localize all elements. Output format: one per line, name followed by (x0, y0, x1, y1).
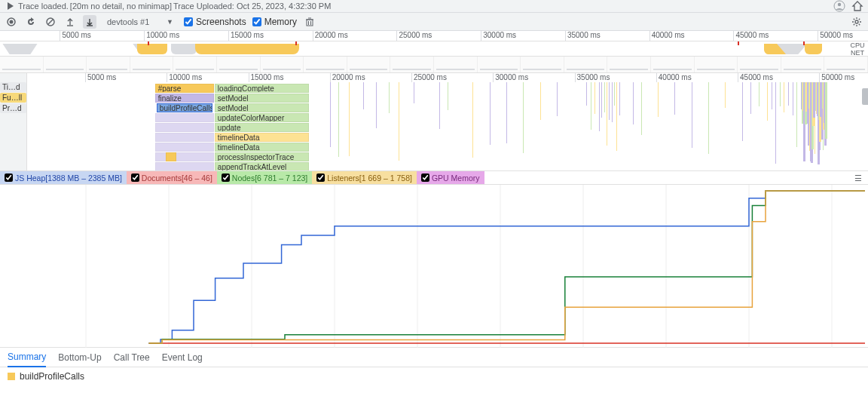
screenshots-checkbox[interactable]: Screenshots (184, 17, 246, 27)
memory-checkbox[interactable]: Memory (252, 17, 297, 27)
flame-call[interactable] (155, 113, 214, 122)
flame-stripe (330, 82, 331, 147)
svg-rect-8 (307, 20, 313, 26)
counter-nodes[interactable]: Nodes[6 781 – 7 123] (217, 171, 312, 184)
screenshot-thumb[interactable] (44, 57, 87, 72)
overview-ruler[interactable]: 5000 ms10000 ms15000 ms20000 ms25000 ms3… (0, 31, 868, 41)
screenshots-strip[interactable] (0, 57, 868, 73)
screenshot-thumb[interactable] (824, 57, 868, 72)
flame-call[interactable]: appendTrackAtLevel (215, 162, 309, 170)
flame-stripe (612, 82, 613, 122)
flame-call[interactable] (166, 152, 176, 161)
flame-call[interactable]: setModel (215, 94, 309, 103)
flame-call[interactable]: finalize (155, 94, 214, 103)
counter-gpu[interactable]: GPU Memory (417, 171, 484, 184)
memory-chart[interactable] (0, 185, 868, 348)
garbage-collect-button[interactable] (303, 15, 316, 29)
flame-chart[interactable]: 5000 ms10000 ms15000 ms20000 ms25000 ms3… (27, 73, 868, 170)
side-scroll-handle[interactable] (862, 88, 868, 105)
tab-event-log[interactable]: Event Log (162, 348, 203, 367)
flame-stripe (607, 82, 607, 146)
tab-bottom-up[interactable]: Bottom-Up (58, 348, 101, 367)
flame-call[interactable]: loadingComplete (215, 84, 309, 93)
overview-strip[interactable]: CPU NET (0, 41, 868, 57)
screenshot-thumb[interactable] (130, 57, 174, 72)
ruler-tick: 40000 ms (656, 73, 692, 82)
status-detail: [20m no detail, no minimap] (70, 2, 172, 11)
screenshot-thumb[interactable] (478, 57, 521, 72)
track-header[interactable]: Ti…d (0, 82, 26, 92)
play-icon[interactable] (5, 0, 17, 12)
counter-documents[interactable]: Documents[46 – 46] (127, 171, 217, 184)
screenshot-thumb[interactable] (304, 57, 347, 72)
flame-call[interactable] (155, 152, 214, 161)
flame-call[interactable]: updateColorMapper (215, 113, 309, 122)
ruler-tick: 25000 ms (396, 31, 432, 41)
screenshot-thumb[interactable] (217, 57, 261, 72)
flame-call[interactable] (155, 143, 214, 152)
ruler-tick: 20000 ms (313, 31, 348, 41)
overview-marker (738, 41, 739, 45)
track-header[interactable]: Pr…d (0, 103, 26, 113)
screenshot-thumb[interactable] (347, 57, 391, 72)
flame-call[interactable]: timelineData (215, 133, 309, 142)
counter-js-heap[interactable]: JS Heap[1388 MB – 2385 MB] (0, 171, 127, 184)
flame-body[interactable]: #parsefinalizebuildProfileCallsloadingCo… (27, 82, 868, 170)
target-dropdown[interactable]: devtools #1 ▼ (102, 16, 178, 28)
screenshot-thumb[interactable] (434, 57, 478, 72)
svg-point-1 (838, 3, 841, 6)
flame-stripe (725, 82, 726, 108)
flame-call[interactable] (155, 162, 214, 170)
flame-call[interactable]: buildProfileCalls (157, 103, 212, 112)
counter-listeners[interactable]: Listeners[1 669 – 1 758] (312, 171, 417, 184)
flame-stripe (775, 82, 776, 164)
counter-listeners-input[interactable] (316, 173, 325, 182)
flame-call[interactable]: #parse (155, 84, 214, 93)
reload-button[interactable] (24, 15, 38, 29)
flame-call[interactable]: update (215, 123, 309, 132)
track-header[interactable]: Fu…ll (0, 93, 26, 103)
ruler-tick: 15000 ms (249, 73, 284, 82)
status-loaded: Trace loaded. (18, 2, 69, 11)
svg-point-3 (10, 20, 14, 23)
screenshot-thumb[interactable] (173, 57, 217, 72)
counter-gpu-input[interactable] (421, 173, 429, 182)
counters-menu-icon[interactable]: ☰ (848, 173, 868, 183)
settings-button[interactable] (850, 15, 863, 29)
flame-call[interactable] (155, 133, 214, 142)
counter-docs-input[interactable] (131, 173, 139, 182)
counter-docs-label: Documents[46 – 46] (142, 173, 212, 183)
screenshot-thumb[interactable] (651, 57, 695, 72)
flame-call[interactable] (155, 123, 214, 132)
flame-call[interactable]: timelineData (215, 143, 309, 152)
upload-button[interactable] (63, 15, 77, 29)
clear-button[interactable] (44, 15, 57, 29)
screenshot-thumb[interactable] (781, 57, 825, 72)
screenshot-thumb[interactable] (607, 57, 651, 72)
screenshots-input[interactable] (184, 17, 193, 26)
avatar-icon[interactable] (833, 0, 845, 12)
tab-summary[interactable]: Summary (8, 348, 46, 367)
screenshot-thumb[interactable] (521, 57, 564, 72)
screenshot-thumb[interactable] (738, 57, 781, 72)
screenshot-thumb[interactable] (0, 57, 44, 72)
tab-call-tree[interactable]: Call Tree (114, 348, 150, 367)
screenshot-thumb[interactable] (390, 57, 434, 72)
screenshot-thumb[interactable] (87, 57, 130, 72)
counter-nodes-input[interactable] (222, 173, 230, 182)
flame-call[interactable]: processInspectorTrace (215, 152, 309, 161)
flame-stripe (604, 82, 605, 112)
flame-call[interactable]: setModel (215, 103, 309, 112)
screenshot-thumb[interactable] (695, 57, 738, 72)
flame-stripe (708, 82, 709, 154)
memory-input[interactable] (252, 17, 261, 26)
counter-js-input[interactable] (5, 173, 13, 182)
flame-stripe (767, 82, 768, 121)
screenshot-thumb[interactable] (564, 57, 608, 72)
record-button[interactable] (5, 15, 18, 29)
cpu-label: CPU (850, 41, 864, 49)
download-button[interactable] (83, 15, 96, 29)
home-icon[interactable] (851, 0, 863, 12)
ruler-tick: 50000 ms (819, 73, 854, 82)
screenshot-thumb[interactable] (261, 57, 304, 72)
